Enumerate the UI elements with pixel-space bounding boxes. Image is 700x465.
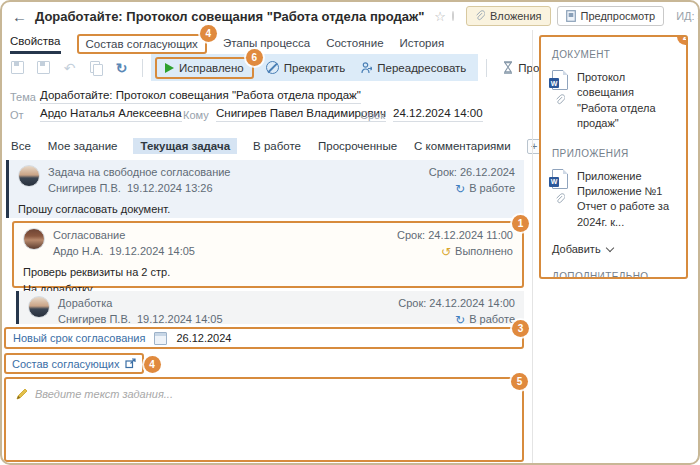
subscribe-icon[interactable] [452,11,454,21]
approvers-link[interactable]: Состав согласующих [12,358,120,370]
annotation-badge-5: 5 [511,373,528,390]
card-date: 19.12.2024 13:26 [127,182,213,194]
card-status: В работе [469,181,515,197]
annotation-box-task-input: 5 Введите текст задания... [4,377,524,462]
in-progress-icon: ↻ [455,183,465,195]
avatar [18,165,40,187]
corrected-button[interactable]: Исправлено [157,59,252,77]
save-icon[interactable] [10,60,25,75]
back-icon[interactable]: ← [12,8,27,25]
task-card-approval[interactable]: Согласование Ардо Н.А. 19.12.2024 14:05 … [14,223,522,300]
paperclip-icon [475,10,485,22]
word-doc-icon [552,70,568,90]
task-input-placeholder: Введите текст задания... [35,388,173,400]
document-section-heading: ДОКУМЕНТ [552,49,675,60]
annotation-box-approval-card: 1 Согласование Ардо Н.А. 19.12.2024 14:0… [12,221,524,288]
filter-in-progress[interactable]: В работе [252,138,302,154]
tab-approvers[interactable]: Состав согласующих [86,38,198,50]
card-status: В работе [469,312,515,328]
tab-process-stages[interactable]: Этапы процесса [223,35,310,53]
tab-properties[interactable]: Свойства [10,33,61,54]
record-id: ИД: 51 [676,10,700,22]
external-link-icon[interactable] [125,358,136,369]
header: ← Доработайте: Протокол совещания "Работ… [2,2,698,30]
task-card-free-approval[interactable]: Задача на свободное согласование Снигире… [6,160,524,218]
corrected-button-label: Исправлено [179,62,244,74]
preview-icon [566,10,576,22]
annotation-box-tab-approvers: Состав согласующих 4 [77,34,207,54]
card-deadline: Срок: 26.12.2024 [429,165,515,181]
additional-section-heading: ДОПОЛНИТЕЛЬНО [552,271,675,279]
play-icon [165,63,174,73]
panel-divider [532,30,533,463]
card-deadline: Срок: 24.12.2024 14:00 [398,296,515,312]
filter-with-comments[interactable]: С комментариями [413,138,512,154]
stop-button[interactable]: Прекратить [258,58,354,77]
page-title: Доработайте: Протокол совещания "Работа … [35,9,424,24]
filter-current-task[interactable]: Текущая задача [133,138,237,154]
add-attachment-button[interactable]: Добавить [552,243,675,255]
attachments-button[interactable]: Вложения [466,6,551,26]
filter-my-task[interactable]: Мое задание [47,138,119,154]
attachment-title[interactable]: Приложение №1 Отчет о работе за 2024г. к… [577,185,669,228]
paperclip-icon[interactable] [555,193,565,205]
paperclip-icon[interactable] [555,94,565,106]
tab-state[interactable]: Состояние [326,35,383,53]
document-title[interactable]: Протокол совещания "Работа отдела продаж… [577,70,675,132]
attachments-section-heading: ПРИЛОЖЕНИЯ [552,148,675,159]
new-deadline-label: Новый срок согласования [13,332,145,344]
calendar-icon[interactable] [154,332,167,345]
action-strip: Исправлено 6 Прекратить Переадресовать [151,54,478,81]
task-card-rework[interactable]: Доработка Снигирев П.В. 19.12.2024 14:05… [16,291,524,324]
attachment-kind: Приложение [577,170,642,182]
annotation-badge-1: 1 [512,215,529,232]
forward-button-label: Переадресовать [377,62,466,74]
undo-icon[interactable]: ↶ [62,60,77,75]
annotation-badge-6: 6 [246,49,263,66]
card-title: Доработка [58,296,223,312]
forward-person-icon [361,62,372,74]
deadline-value[interactable]: 24.12.2024 14:00 [393,107,483,122]
annotation-badge-3: 3 [512,320,529,337]
card-author[interactable]: Снигирев П.В. [58,313,131,325]
attachment-item[interactable]: ПриложениеПриложение №1 Отчет о работе з… [552,169,675,231]
pencil-icon [16,388,28,400]
tab-history[interactable]: История [400,35,445,53]
annotation-box-new-deadline: 3 Новый срок согласования 26.12.2024 [4,327,524,349]
from-value[interactable]: Ардо Наталья Алексеевна [40,107,182,122]
preview-button-label: Предпросмотр [581,10,656,22]
card-text: Прошу согласовать документ. [18,203,515,215]
filter-bar: Все Мое задание Текущая задача В работе … [10,138,572,154]
in-progress-icon: ↻ [455,314,465,326]
toolbar-divider [486,59,487,77]
card-author[interactable]: Ардо Н.А. [53,245,103,257]
annotation-badge-2: 2 [677,35,688,45]
task-text-input[interactable]: Введите текст задания... [6,379,522,409]
chevron-down-icon [605,244,613,252]
annotation-badge-4: 4 [200,25,217,42]
annotation-box-approvers-link: 4 Состав согласующих [4,353,144,374]
filter-all[interactable]: Все [10,138,32,154]
forward-button[interactable]: Переадресовать [353,59,474,77]
tab-bar: Свойства Состав согласующих 4 Этапы проц… [10,33,444,54]
filter-overdue[interactable]: Просроченные [317,138,398,154]
preview-button[interactable]: Предпросмотр [557,6,665,26]
deadline-label: Срок [360,109,385,121]
attachments-button-label: Вложения [490,10,542,22]
toolbar-divider [142,59,143,77]
card-status: Выполнено [455,244,513,260]
subject-value[interactable]: Доработайте: Протокол совещания "Работа … [40,89,361,104]
done-icon: ↺ [441,246,451,258]
document-item[interactable]: Протокол совещания "Работа отдела продаж… [552,70,675,132]
refresh-icon[interactable]: ↻ [114,60,129,75]
card-author[interactable]: Снигирев П.В. [48,182,121,194]
stop-button-label: Прекратить [284,62,346,74]
save-all-icon[interactable] [36,60,51,75]
copy-icon[interactable] [88,60,103,75]
subject-label: Тема [10,91,36,103]
card-title: Задача на свободное согласование [48,165,230,181]
new-deadline-value[interactable]: 26.12.2024 [176,332,231,344]
add-attachment-label: Добавить [552,243,601,255]
word-doc-icon [552,169,568,189]
favorite-star-icon[interactable]: ☆ [434,9,446,24]
